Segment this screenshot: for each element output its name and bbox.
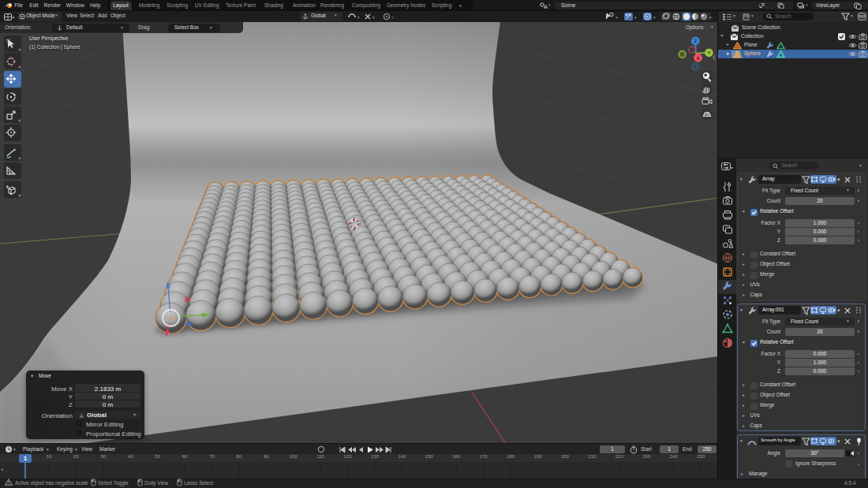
svg-text:▾: ▾ [709, 14, 712, 19]
svg-text:X: X [697, 56, 700, 61]
svg-text:▾: ▾ [372, 15, 375, 20]
svg-text:▾: ▾ [391, 15, 394, 20]
svg-text:▾: ▾ [357, 15, 360, 20]
svg-text:Z: Z [694, 39, 697, 43]
svg-text:▾: ▾ [615, 14, 618, 19]
svg-text:▾: ▾ [731, 166, 733, 170]
svg-text:Y: Y [707, 50, 710, 55]
svg-text:▾: ▾ [653, 14, 656, 19]
svg-text:▾: ▾ [634, 14, 637, 19]
